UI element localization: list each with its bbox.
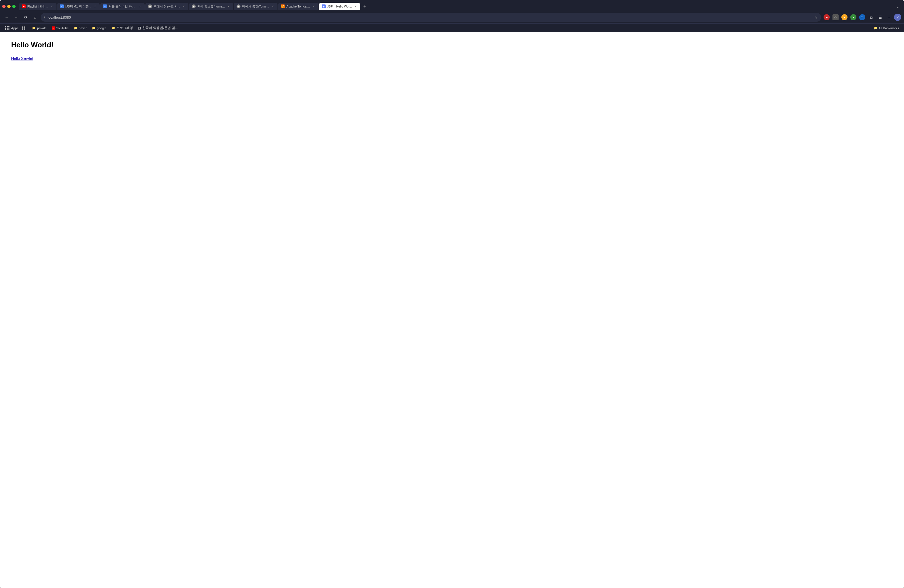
bookmark-label: YouTube bbox=[56, 27, 69, 30]
page-icon: 🖼 bbox=[138, 27, 141, 30]
bookmark-youtube[interactable]: ▶ YouTube bbox=[49, 25, 71, 31]
tab-favicon-icon: 🐱 bbox=[281, 5, 285, 8]
svg-rect-1 bbox=[24, 27, 25, 28]
address-bar[interactable]: ℹ localhost:8080 ☆ bbox=[41, 13, 821, 22]
home-button[interactable]: ⌂ bbox=[31, 13, 39, 21]
url-display: localhost:8080 bbox=[47, 15, 812, 19]
tab-playlist[interactable]: ▶ Playlist | 관리... ✕ bbox=[19, 3, 57, 10]
maximize-window-button[interactable] bbox=[12, 5, 16, 8]
reading-list-icon: ☰ bbox=[879, 15, 882, 19]
bookmark-programming[interactable]: 📁 프로그래밍 bbox=[109, 25, 135, 31]
forward-icon: → bbox=[14, 15, 18, 19]
all-bookmarks-label: All Bookmarks bbox=[879, 27, 899, 30]
nav-actions: ▶ ⬡ ● ● ☷ bbox=[823, 13, 901, 21]
tab-jsp-m1[interactable]: V [JSP] M1 맥 이름... ✕ bbox=[57, 3, 100, 10]
ext-icon-3: ● bbox=[841, 14, 847, 21]
hello-servlet-link[interactable]: Hello Servlet bbox=[11, 56, 33, 61]
tab-brew[interactable]: ◉ 맥에서 Brew로 지... ✕ bbox=[145, 3, 188, 10]
bookmark-label: google bbox=[97, 27, 107, 30]
ext-icon-5: ☷ bbox=[859, 14, 865, 21]
page-content: Hello World! Hello Servlet bbox=[0, 32, 904, 587]
extension-button-5[interactable]: ☷ bbox=[858, 13, 866, 21]
tab-close-button[interactable]: ✕ bbox=[354, 5, 357, 8]
back-button[interactable]: ← bbox=[3, 13, 11, 21]
svg-rect-0 bbox=[22, 27, 24, 28]
tab-close-button[interactable]: ✕ bbox=[138, 5, 142, 8]
secure-icon: ℹ bbox=[44, 15, 45, 19]
apps-label: Apps bbox=[11, 27, 18, 30]
bookmark-naver[interactable]: 📁 naver bbox=[71, 25, 89, 31]
more-options-button[interactable]: ⋮ bbox=[885, 13, 893, 21]
close-window-button[interactable] bbox=[2, 5, 6, 8]
tab-close-button[interactable]: ✕ bbox=[312, 5, 316, 8]
bookmark-private[interactable]: 📁 private bbox=[30, 25, 49, 31]
new-tab-button[interactable]: + bbox=[361, 3, 368, 10]
tab-list-dropdown-button[interactable]: ⌄ bbox=[894, 3, 902, 10]
traffic-lights bbox=[2, 5, 16, 8]
tab-favicon-icon: V bbox=[60, 5, 64, 8]
all-bookmarks-button[interactable]: 📁 All Bookmarks bbox=[871, 25, 901, 31]
tab-label: [JSP] M1 맥 이름... bbox=[65, 5, 91, 9]
navigation-bar: ← → ↻ ⌂ ℹ localhost:8080 ☆ ▶ ⬡ bbox=[0, 11, 904, 24]
tab-close-button[interactable]: ✕ bbox=[50, 5, 54, 8]
bookmark-label: naver bbox=[79, 27, 87, 30]
ext-icon-2: ⬡ bbox=[833, 14, 839, 21]
tab-label: 맥에 홈브류(home... bbox=[198, 5, 224, 9]
tab-homebrew[interactable]: ◉ 맥에 홈브류(home... ✕ bbox=[189, 3, 233, 10]
reading-list-button[interactable]: ☰ bbox=[876, 13, 884, 21]
home-icon: ⌂ bbox=[34, 15, 36, 19]
profile-avatar[interactable]: V bbox=[894, 14, 901, 21]
forward-button[interactable]: → bbox=[12, 13, 20, 21]
minimize-window-button[interactable] bbox=[7, 5, 11, 8]
youtube-favicon-icon: ▶ bbox=[52, 27, 55, 30]
puzzle-icon: ⧉ bbox=[870, 15, 872, 20]
ext-icon-1: ▶ bbox=[823, 14, 830, 21]
tab-close-button[interactable]: ✕ bbox=[182, 5, 186, 8]
tab-favicon-icon: ◉ bbox=[148, 5, 152, 8]
tab-favicon-icon: ≡ bbox=[103, 5, 107, 8]
tab-tomcat-mac[interactable]: ◉ 맥에서 톰캣(Tomc... ✕ bbox=[234, 3, 278, 10]
svg-rect-2 bbox=[22, 28, 24, 30]
bookmarks-apps-button[interactable]: Apps bbox=[3, 25, 21, 31]
bookmarks-separator bbox=[28, 25, 28, 31]
tab-favicon-icon: ◉ bbox=[237, 5, 240, 8]
bookmarks-grid-icon[interactable] bbox=[21, 26, 26, 30]
bookmark-google[interactable]: 📁 google bbox=[90, 25, 109, 31]
tab-seoul[interactable]: ≡ 서울 출석수업 과제... ✕ bbox=[100, 3, 145, 10]
extensions-manage-button[interactable]: ⧉ bbox=[867, 13, 875, 21]
extension-button-4[interactable]: ● bbox=[849, 13, 857, 21]
grid-view-icon bbox=[22, 26, 25, 30]
bookmarks-folder-icon: 📁 bbox=[874, 26, 877, 30]
folder-icon: 📁 bbox=[74, 26, 77, 30]
bookmark-star-icon[interactable]: ☆ bbox=[814, 15, 818, 19]
tab-favicon-icon: ◈ bbox=[322, 5, 326, 8]
tab-label: Apache Tomcat... bbox=[286, 5, 310, 8]
bookmark-label: 한국어 맞춤법/문법 검... bbox=[142, 26, 178, 30]
tab-apache-tomcat[interactable]: 🐱 Apache Tomcat... ✕ bbox=[278, 3, 318, 10]
bookmark-label: private bbox=[37, 27, 47, 30]
svg-rect-3 bbox=[24, 28, 25, 30]
ext-icon-4: ● bbox=[850, 14, 857, 21]
folder-icon: 📁 bbox=[92, 26, 96, 30]
tab-close-button[interactable]: ✕ bbox=[271, 5, 275, 8]
extension-button-2[interactable]: ⬡ bbox=[831, 13, 839, 21]
tab-label: Playlist | 관리... bbox=[27, 5, 48, 9]
tab-close-button[interactable]: ✕ bbox=[226, 5, 231, 8]
tab-label: 서울 출석수업 과제... bbox=[109, 5, 136, 9]
tab-bar: ▶ Playlist | 관리... ✕ V [JSP] M1 맥 이름... … bbox=[0, 0, 904, 11]
tab-label: 맥에서 Brew로 지... bbox=[153, 5, 180, 9]
bookmark-korean[interactable]: 🖼 한국어 맞춤법/문법 검... bbox=[136, 25, 180, 31]
apps-grid-icon bbox=[5, 26, 9, 30]
back-icon: ← bbox=[5, 15, 9, 19]
extension-button-3[interactable]: ● bbox=[841, 13, 848, 21]
page-title: Hello World! bbox=[11, 41, 893, 49]
tab-favicon-yt-icon: ▶ bbox=[22, 5, 25, 8]
extension-button-1[interactable]: ▶ bbox=[823, 13, 831, 21]
tab-close-button[interactable]: ✕ bbox=[93, 5, 97, 8]
tab-jsp-hello[interactable]: ◈ JSP – Hello Wor... ✕ bbox=[319, 3, 360, 10]
folder-icon: 📁 bbox=[32, 26, 36, 30]
reload-button[interactable]: ↻ bbox=[22, 13, 30, 21]
tab-label: JSP – Hello Wor... bbox=[327, 5, 352, 8]
tab-label: 맥에서 톰캣(Tomc... bbox=[242, 5, 269, 9]
tab-favicon-icon: ◉ bbox=[192, 5, 196, 8]
